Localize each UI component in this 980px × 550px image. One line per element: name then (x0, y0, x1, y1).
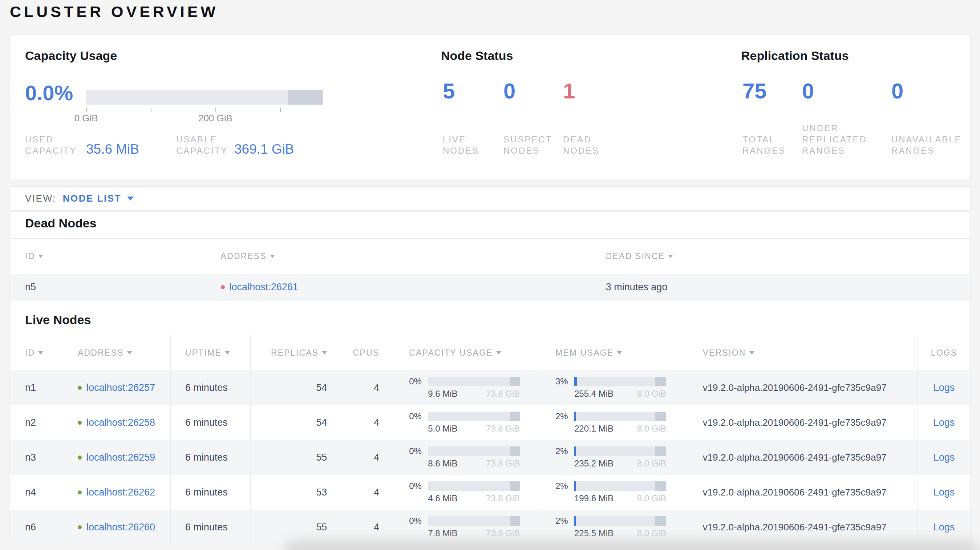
capacity-total: 73.8 GiB (486, 458, 520, 469)
view-label: VIEW: (25, 193, 56, 204)
dead-col-header-dead-since[interactable]: DEAD SINCE (594, 238, 970, 274)
usable-capacity-value: 369.1 GiB (234, 141, 294, 157)
node-address-link[interactable]: localhost:26259 (86, 452, 155, 463)
col-header-id[interactable]: ID (10, 335, 63, 370)
node-address-link[interactable]: localhost:26260 (86, 522, 155, 533)
total-ranges-count: 75 (743, 78, 767, 103)
node-mem-usage-cell: 2% 220.1 MiB 8.0 GiB (542, 405, 691, 440)
node-capacity-usage-cell: 0% 7.8 MiB 73.8 GiB (394, 510, 542, 545)
col-header-logs: LOGS (918, 335, 970, 370)
node-address-link[interactable]: localhost:26262 (86, 487, 155, 498)
mem-total: 8.0 GiB (637, 528, 666, 538)
col-header-replicas[interactable]: REPLICAS (250, 335, 341, 370)
node-address-link[interactable]: localhost:26257 (86, 382, 155, 393)
sort-desc-icon (496, 351, 501, 354)
capacity-total: 73.8 GiB (486, 493, 520, 504)
axis-tick (280, 108, 281, 112)
node-capacity-usage-cell: 0% 9.6 MiB 73.8 GiB (394, 370, 542, 405)
col-header-version[interactable]: VERSION (691, 335, 918, 370)
node-cpus: 4 (341, 405, 394, 440)
live-nodes-count: 5 (443, 78, 455, 103)
capacity-used: 9.6 MiB (428, 389, 457, 399)
dead-nodes-section-title: Dead Nodes (10, 212, 970, 230)
mem-used: 199.6 MiB (574, 493, 614, 504)
axis-tick (151, 108, 151, 112)
page-title: CLUSTER OVERVIEW (10, 3, 218, 21)
node-address-cell: localhost:26259 (63, 440, 170, 475)
live-nodes-section-title: Live Nodes (10, 300, 970, 327)
logs-link[interactable]: Logs (934, 417, 955, 428)
sort-desc-icon (225, 351, 230, 354)
capacity-usage-title: Capacity Usage (25, 49, 117, 63)
sort-desc-icon (127, 351, 132, 354)
replication-status-title: Replication Status (741, 49, 849, 63)
dead-node-address-link[interactable]: localhost:26261 (229, 281, 298, 293)
view-selector-bar: VIEW: NODE LIST (10, 186, 970, 211)
mem-percent: 2% (555, 516, 574, 526)
mem-bar (574, 377, 666, 386)
view-dropdown[interactable]: NODE LIST (63, 193, 134, 204)
live-nodes-table-header: ID ADDRESS UPTIME REPLICAS CPUS CAPACITY… (10, 335, 970, 370)
capacity-bar (428, 412, 520, 421)
node-address-link[interactable]: localhost:26258 (86, 417, 155, 428)
axis-label-0: 0 GiB (64, 113, 108, 124)
capacity-bar (428, 516, 520, 526)
mem-bar (574, 447, 666, 456)
col-header-address[interactable]: ADDRESS (63, 335, 170, 370)
node-capacity-usage-cell: 0% 8.6 MiB 73.8 GiB (394, 440, 542, 475)
mem-bar (574, 412, 666, 421)
mem-percent: 2% (555, 411, 574, 421)
live-status-dot-icon (78, 386, 82, 390)
dead-nodes-label: DEAD NODES (563, 134, 606, 156)
node-replicas: 54 (250, 370, 341, 405)
node-logs-cell: Logs (918, 405, 970, 440)
mem-total: 8.0 GiB (637, 389, 666, 399)
usable-capacity-label: USABLE CAPACITY (176, 134, 234, 156)
capacity-used: 4.6 MiB (428, 493, 457, 504)
dead-nodes-table-header: ID ADDRESS DEAD SINCE (10, 238, 970, 274)
sort-desc-icon (38, 255, 43, 258)
axis-tick (215, 108, 216, 112)
mem-used: 225.5 MiB (574, 528, 614, 538)
col-header-capacity-usage[interactable]: CAPACITY USAGE (394, 335, 542, 370)
live-status-dot-icon (78, 456, 82, 459)
live-nodes-label: LIVE NODES (443, 134, 486, 156)
capacity-percent: 0% (409, 516, 428, 526)
dead-node-address-cell: localhost:26261 (204, 274, 594, 300)
node-version: v19.2.0-alpha.20190606-2491-gfe735c9a97 (691, 440, 918, 475)
col-header-uptime[interactable]: UPTIME (170, 335, 250, 370)
logs-link[interactable]: Logs (934, 452, 955, 463)
logs-link[interactable]: Logs (934, 522, 955, 533)
capacity-used: 5.0 MiB (428, 424, 457, 434)
node-id: n3 (10, 440, 63, 475)
axis-label-200: 200 GiB (189, 113, 242, 124)
node-uptime: 6 minutes (170, 440, 250, 475)
live-node-row: n6 localhost:26260 6 minutes 55 4 0% 7.8… (10, 510, 970, 545)
node-address-cell: localhost:26260 (63, 510, 170, 545)
node-mem-usage-cell: 2% 199.6 MiB 8.0 GiB (542, 475, 691, 510)
dead-node-dead-since: 3 minutes ago (594, 274, 970, 300)
node-logs-cell: Logs (918, 440, 970, 475)
capacity-total: 73.8 GiB (486, 389, 520, 399)
capacity-percent: 0% (409, 376, 428, 386)
capacity-usage-bar (86, 90, 323, 105)
dead-col-header-address[interactable]: ADDRESS (204, 238, 594, 274)
mem-used: 255.4 MiB (574, 389, 614, 399)
logs-link[interactable]: Logs (934, 487, 955, 498)
axis-tick (86, 108, 87, 112)
dead-col-header-id[interactable]: ID (10, 238, 204, 274)
capacity-total: 73.8 GiB (486, 424, 520, 434)
col-header-mem-usage[interactable]: MEM USAGE (542, 335, 691, 370)
unavailable-ranges-count: 0 (891, 78, 904, 103)
capacity-percent: 0.0% (25, 81, 73, 105)
live-node-row: n3 localhost:26259 6 minutes 55 4 0% 8.6… (10, 440, 970, 475)
live-status-dot-icon (78, 421, 82, 424)
logs-link[interactable]: Logs (934, 382, 955, 393)
nodes-panel: Dead Nodes ID ADDRESS DEAD SINCE n5 loca… (10, 212, 970, 542)
under-replicated-ranges-label: UNDER-REPLICATED RANGES (802, 122, 875, 156)
node-cpus: 4 (341, 440, 394, 475)
capacity-bar-dark-segment (288, 90, 323, 105)
node-id: n4 (10, 475, 63, 510)
node-status-title: Node Status (441, 49, 513, 63)
node-cpus: 4 (341, 475, 394, 510)
